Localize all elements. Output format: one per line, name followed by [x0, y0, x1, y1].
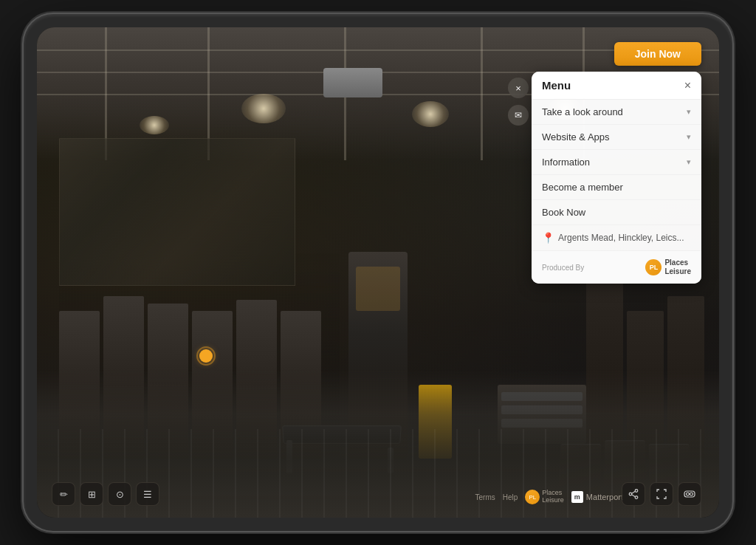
matterport-logo: m Matterport	[571, 491, 623, 503]
svg-point-7	[690, 493, 693, 496]
places-leisure-bottom-icon: PL	[525, 490, 540, 504]
terms-link[interactable]: Terms	[475, 493, 495, 501]
menu-footer: Produced By PL PlacesLeisure	[532, 251, 701, 284]
ceiling-light-4	[140, 116, 169, 134]
bottom-right-actions	[622, 482, 701, 506]
matterport-label: Matterport	[586, 493, 623, 501]
envelope-button[interactable]: ✉	[508, 105, 529, 126]
layers-tool-button[interactable]: ⊞	[80, 482, 103, 506]
vr-button[interactable]	[678, 482, 701, 506]
places-leisure-bottom-logo: PL PlacesLeisure	[525, 490, 564, 504]
menu-item-information[interactable]: Information ▾	[532, 150, 701, 175]
join-now-button[interactable]: Join Now	[614, 42, 701, 66]
ac-unit	[323, 68, 382, 97]
share-icon	[628, 489, 639, 499]
help-link[interactable]: Help	[503, 493, 518, 501]
svg-point-1	[635, 496, 638, 499]
expand-icon	[656, 489, 667, 499]
menu-title: Menu	[542, 79, 571, 92]
hotspot-marker[interactable]	[199, 349, 213, 363]
menu-panel: Menu × Take a look around ▾ Website & Ap…	[532, 72, 701, 284]
produced-by-label: Produced By	[542, 264, 584, 272]
edit-tool-button[interactable]: ✏	[52, 482, 75, 506]
svg-line-4	[632, 495, 636, 497]
tablet-frame: Join Now × ✉ Menu × Take a look around ▾…	[24, 14, 732, 531]
chevron-down-icon: ▾	[687, 132, 691, 142]
matterport-icon: m	[571, 491, 583, 503]
menu-header: Menu ×	[532, 72, 701, 100]
places-leisure-logo: PL PlacesLeisure	[645, 258, 691, 276]
svg-point-2	[629, 493, 632, 496]
menu-item-website-apps[interactable]: Website & Apps ▾	[532, 125, 701, 150]
vr-icon	[684, 490, 695, 498]
places-leisure-icon: PL	[645, 259, 662, 275]
chevron-down-icon: ▾	[687, 157, 691, 167]
bottom-toolbar: ✏ ⊞ ⊙ ☰	[52, 482, 159, 506]
svg-line-3	[632, 491, 636, 493]
panel-close-left-button[interactable]: ×	[508, 78, 529, 98]
places-leisure-text: PlacesLeisure	[664, 258, 691, 276]
menu-item-book-now[interactable]: Book Now	[532, 200, 701, 225]
ceiling-light-2	[412, 101, 449, 127]
location-pin-icon: 📍	[542, 232, 554, 244]
bottom-branding: Terms Help PL PlacesLeisure m Matterport	[475, 490, 623, 504]
share-button[interactable]	[622, 482, 645, 506]
menu-close-button[interactable]: ×	[684, 80, 691, 92]
tablet-screen: Join Now × ✉ Menu × Take a look around ▾…	[37, 27, 719, 518]
fullscreen-button[interactable]	[650, 482, 673, 506]
menu-item-look-around[interactable]: Take a look around ▾	[532, 100, 701, 125]
chevron-down-icon: ▾	[687, 107, 691, 117]
settings-tool-button[interactable]: ☰	[136, 482, 159, 506]
svg-point-0	[635, 490, 638, 493]
map-tool-button[interactable]: ⊙	[108, 482, 131, 506]
svg-point-6	[687, 493, 690, 496]
menu-item-become-member[interactable]: Become a member	[532, 175, 701, 200]
menu-location: 📍 Argents Mead, Hinckley, Leics...	[532, 225, 701, 251]
places-bottom-text: PlacesLeisure	[542, 490, 564, 504]
ceiling-light-1	[241, 94, 286, 123]
